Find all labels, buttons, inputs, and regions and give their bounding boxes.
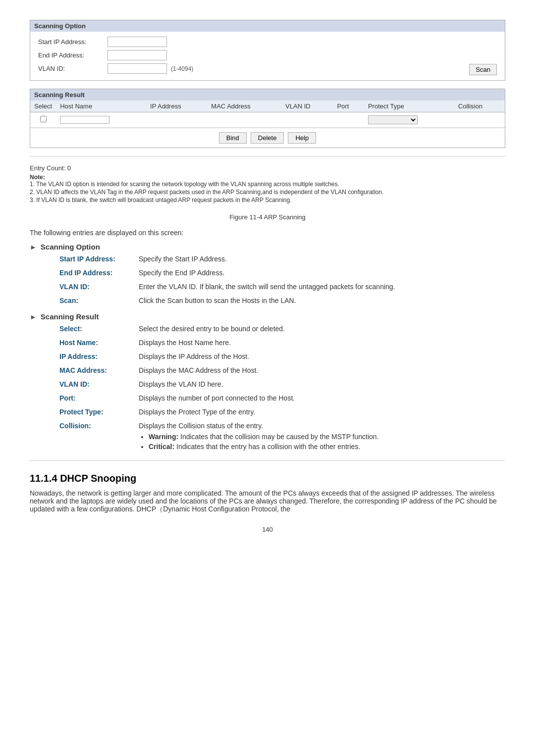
col-port: Port xyxy=(333,101,364,112)
scan-button[interactable]: Scan xyxy=(469,64,497,75)
top-divider xyxy=(30,156,505,156)
col-hostname: Host Name xyxy=(56,101,146,112)
col-mac: MAC Address xyxy=(207,101,281,112)
action-row: Bind Delete Help xyxy=(30,128,505,148)
arrow-icon-scanning-result: ► xyxy=(30,313,37,321)
collision-warning-bullet: Warning: Indicates that the collision ma… xyxy=(149,433,505,441)
def-term-vlan-id: VLAN ID: xyxy=(59,283,139,291)
def-end-ip: End IP Address: Specify the End IP Addre… xyxy=(59,269,505,277)
hostname-input[interactable] xyxy=(60,116,109,124)
def-mac-address: MAC Address: Displays the MAC Address of… xyxy=(59,366,505,374)
scanning-option-header-text: Scanning Option xyxy=(41,243,100,251)
notes-section: Note: 1. The VLAN ID option is intended … xyxy=(30,174,505,203)
def-term-start-ip: Start IP Address: xyxy=(59,255,139,263)
vlan-id-label: VLAN ID: xyxy=(38,65,107,72)
vlan-id-input[interactable] xyxy=(107,63,167,74)
end-ip-row: End IP Address: xyxy=(38,50,497,60)
def-desc-mac-address: Displays the MAC Address of the Host. xyxy=(139,366,505,374)
col-select: Select xyxy=(30,101,56,112)
def-select: Select: Select the desired entry to be b… xyxy=(59,325,505,333)
collision-bullets: Warning: Indicates that the collision ma… xyxy=(139,433,505,451)
def-protect-type: Protect Type: Displays the Protect Type … xyxy=(59,408,505,416)
arrow-header-scanning-result: ► Scanning Result xyxy=(30,312,505,321)
scanning-result-title: Scanning Result xyxy=(30,89,505,101)
def-desc-end-ip: Specify the End IP Address. xyxy=(139,269,505,277)
entry-count: Entry Count: 0 xyxy=(30,164,505,172)
def-term-hostname: Host Name: xyxy=(59,339,139,347)
dhcp-section-heading: 11.1.4 DHCP Snooping xyxy=(30,473,505,484)
def-term-port: Port: xyxy=(59,394,139,402)
delete-button[interactable]: Delete xyxy=(251,132,284,144)
def-desc-start-ip: Specify the Start IP Address. xyxy=(139,255,505,263)
vlan-id-hint: (1-4094) xyxy=(171,65,193,72)
start-ip-input[interactable] xyxy=(107,37,167,47)
scanning-option-defs: Start IP Address: Specify the Start IP A… xyxy=(59,255,505,304)
row-collision xyxy=(454,112,505,128)
start-ip-label: Start IP Address: xyxy=(38,38,107,46)
end-ip-input[interactable] xyxy=(107,50,167,60)
start-ip-row: Start IP Address: xyxy=(38,37,497,47)
def-term-mac-address: MAC Address: xyxy=(59,366,139,374)
arrow-header-scanning-option: ► Scanning Option xyxy=(30,243,505,251)
def-vlan-id: VLAN ID: Enter the VLAN ID. If blank, th… xyxy=(59,283,505,291)
warning-label: Warning: xyxy=(149,433,178,441)
def-desc-ip-address: Displays the IP Address of the Host. xyxy=(139,353,505,360)
end-ip-label: End IP Address: xyxy=(38,51,107,59)
scanning-result-box: Scanning Result Select Host Name IP Addr… xyxy=(30,89,505,148)
def-collision: Collision: Displays the Collision status… xyxy=(59,422,505,453)
note-1: 1. The VLAN ID option is intended for sc… xyxy=(30,181,505,188)
row-vlan xyxy=(281,112,333,128)
bottom-divider xyxy=(30,460,505,461)
note-3: 3. If VLAN ID is blank, the switch will … xyxy=(30,197,505,203)
protect-type-select[interactable] xyxy=(368,115,418,124)
def-desc-hostname: Displays the Host Name here. xyxy=(139,339,505,347)
def-term-select: Select: xyxy=(59,325,139,333)
def-desc-vlan-id-result: Displays the VLAN ID here. xyxy=(139,380,505,388)
def-scan: Scan: Click the Scan button to scan the … xyxy=(59,297,505,304)
result-table: Select Host Name IP Address MAC Address … xyxy=(30,101,505,128)
def-desc-port: Displays the number of port connected to… xyxy=(139,394,505,402)
section-scanning-option: ► Scanning Option Start IP Address: Spec… xyxy=(30,243,505,304)
def-desc-collision: Displays the Collision status of the ent… xyxy=(139,422,505,453)
arrow-icon-scanning-option: ► xyxy=(30,243,37,251)
row-protect xyxy=(364,112,454,128)
def-port: Port: Displays the number of port connec… xyxy=(59,394,505,402)
scanning-result-defs: Select: Select the desired entry to be b… xyxy=(59,325,505,453)
def-desc-select: Select the desired entry to be bound or … xyxy=(139,325,505,333)
dhcp-body-text: Nowadays, the network is getting larger … xyxy=(30,489,505,514)
col-ip: IP Address xyxy=(146,101,207,112)
row-ip xyxy=(146,112,207,128)
def-start-ip: Start IP Address: Specify the Start IP A… xyxy=(59,255,505,263)
col-vlan: VLAN ID xyxy=(281,101,333,112)
def-desc-vlan-id: Enter the VLAN ID. If blank, the switch … xyxy=(139,283,505,291)
notes-title: Note: xyxy=(30,174,45,181)
col-protect: Protect Type xyxy=(364,101,454,112)
intro-text: The following entries are displayed on t… xyxy=(30,229,505,237)
def-vlan-id-result: VLAN ID: Displays the VLAN ID here. xyxy=(59,380,505,388)
section-scanning-result: ► Scanning Result Select: Select the des… xyxy=(30,312,505,453)
def-desc-scan: Click the Scan button to scan the Hosts … xyxy=(139,297,505,304)
col-collision: Collision xyxy=(454,101,505,112)
row-mac xyxy=(207,112,281,128)
help-button[interactable]: Help xyxy=(288,132,316,144)
collision-critical-bullet: Critical: Indicates that the entry has a… xyxy=(149,443,505,451)
row-checkbox[interactable] xyxy=(40,116,47,122)
def-term-ip-address: IP Address: xyxy=(59,353,139,360)
def-hostname: Host Name: Displays the Host Name here. xyxy=(59,339,505,347)
def-desc-protect-type: Displays the Protect Type of the entry. xyxy=(139,408,505,416)
page-number: 140 xyxy=(30,526,505,533)
row-checkbox-cell xyxy=(30,112,56,128)
def-term-collision: Collision: xyxy=(59,422,139,430)
def-term-vlan-id-result: VLAN ID: xyxy=(59,380,139,388)
def-term-scan: Scan: xyxy=(59,297,139,304)
critical-label: Critical: xyxy=(149,443,174,451)
scanning-result-header-text: Scanning Result xyxy=(41,312,99,321)
def-term-end-ip: End IP Address: xyxy=(59,269,139,277)
def-term-protect-type: Protect Type: xyxy=(59,408,139,416)
bind-button[interactable]: Bind xyxy=(219,132,247,144)
row-port xyxy=(333,112,364,128)
row-hostname xyxy=(56,112,146,128)
scanning-option-box: Scanning Option Start IP Address: End IP… xyxy=(30,20,505,81)
table-row xyxy=(30,112,505,128)
figure-caption: Figure 11-4 ARP Scanning xyxy=(30,213,505,221)
